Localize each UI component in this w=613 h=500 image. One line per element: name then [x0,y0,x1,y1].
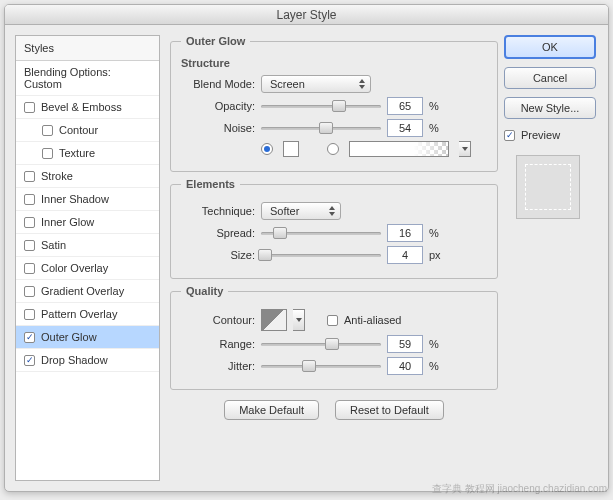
sidebar-item-label: Drop Shadow [41,354,108,366]
sidebar-item-label: Stroke [41,170,73,182]
ok-button[interactable]: OK [504,35,596,59]
elements-group: Elements Technique: Softer Spread: 16 % … [170,178,498,279]
glow-color-swatch[interactable] [283,141,299,157]
sidebar-blending-options[interactable]: Blending Options: Custom [16,61,159,96]
noise-input[interactable]: 54 [387,119,423,137]
jitter-slider[interactable] [261,359,381,373]
sidebar-item-pattern-overlay[interactable]: Pattern Overlay [16,303,159,326]
jitter-input[interactable]: 40 [387,357,423,375]
sidebar-item-outer-glow[interactable]: ✓Outer Glow [16,326,159,349]
opacity-input[interactable]: 65 [387,97,423,115]
noise-label: Noise: [181,122,255,134]
sidebar-item-color-overlay[interactable]: Color Overlay [16,257,159,280]
sidebar-item-contour[interactable]: Contour [16,119,159,142]
sidebar-checkbox[interactable] [24,286,35,297]
range-label: Range: [181,338,255,350]
size-unit: px [429,249,445,261]
styles-sidebar: Styles Blending Options: Custom Bevel & … [15,35,160,481]
opacity-label: Opacity: [181,100,255,112]
contour-swatch[interactable] [261,309,287,331]
sidebar-item-inner-shadow[interactable]: Inner Shadow [16,188,159,211]
sidebar-item-label: Satin [41,239,66,251]
sidebar-checkbox[interactable] [24,194,35,205]
preview-checkbox[interactable]: ✓ [504,130,515,141]
sidebar-item-label: Contour [59,124,98,136]
spread-input[interactable]: 16 [387,224,423,242]
sidebar-item-label: Gradient Overlay [41,285,124,297]
quality-heading: Quality [181,285,228,297]
glow-color-radio[interactable] [261,143,273,155]
antialiased-checkbox[interactable] [327,315,338,326]
sidebar-item-gradient-overlay[interactable]: Gradient Overlay [16,280,159,303]
antialiased-label: Anti-aliased [344,314,401,326]
sidebar-checkbox[interactable] [24,263,35,274]
size-label: Size: [181,249,255,261]
new-style-button[interactable]: New Style... [504,97,596,119]
sidebar-item-inner-glow[interactable]: Inner Glow [16,211,159,234]
range-slider[interactable] [261,337,381,351]
glow-gradient-dropdown[interactable] [459,141,471,157]
sidebar-item-label: Bevel & Emboss [41,101,122,113]
noise-unit: % [429,122,445,134]
spread-slider[interactable] [261,226,381,240]
quality-group: Quality Contour: Anti-aliased Range: 59 … [170,285,498,390]
layer-style-dialog: Layer Style Styles Blending Options: Cus… [4,4,609,492]
sidebar-checkbox[interactable]: ✓ [24,355,35,366]
dialog-buttons: OK Cancel New Style... ✓ Preview [500,25,608,491]
blend-mode-label: Blend Mode: [181,78,255,90]
spread-label: Spread: [181,227,255,239]
reset-default-button[interactable]: Reset to Default [335,400,444,420]
sidebar-checkbox[interactable] [24,309,35,320]
elements-heading: Elements [181,178,240,190]
jitter-label: Jitter: [181,360,255,372]
technique-select[interactable]: Softer [261,202,341,220]
size-input[interactable]: 4 [387,246,423,264]
blend-mode-select[interactable]: Screen [261,75,371,93]
dialog-body: Styles Blending Options: Custom Bevel & … [5,25,608,491]
preview-label: Preview [521,129,560,141]
glow-gradient-swatch[interactable] [349,141,449,157]
opacity-unit: % [429,100,445,112]
sidebar-item-label: Color Overlay [41,262,108,274]
contour-dropdown[interactable] [293,309,305,331]
sidebar-checkbox[interactable] [24,240,35,251]
range-input[interactable]: 59 [387,335,423,353]
sidebar-item-label: Inner Glow [41,216,94,228]
sidebar-item-stroke[interactable]: Stroke [16,165,159,188]
cancel-button[interactable]: Cancel [504,67,596,89]
sidebar-checkbox[interactable] [24,217,35,228]
sidebar-checkbox[interactable] [42,125,53,136]
sidebar-item-label: Pattern Overlay [41,308,117,320]
sidebar-header[interactable]: Styles [16,36,159,61]
size-slider[interactable] [261,248,381,262]
glow-gradient-radio[interactable] [327,143,339,155]
sidebar-item-texture[interactable]: Texture [16,142,159,165]
sidebar-checkbox[interactable] [24,171,35,182]
sidebar-checkbox[interactable] [42,148,53,159]
sidebar-item-label: Inner Shadow [41,193,109,205]
contour-label: Contour: [181,314,255,326]
sidebar-item-label: Outer Glow [41,331,97,343]
sidebar-item-label: Texture [59,147,95,159]
make-default-button[interactable]: Make Default [224,400,319,420]
sidebar-item-drop-shadow[interactable]: ✓Drop Shadow [16,349,159,372]
effect-panel: Outer Glow Structure Blend Mode: Screen … [164,25,500,491]
range-unit: % [429,338,445,350]
panel-title: Outer Glow [181,35,250,47]
preview-thumbnail [516,155,580,219]
structure-heading: Structure [181,57,487,69]
technique-label: Technique: [181,205,255,217]
window-title: Layer Style [5,5,608,25]
sidebar-item-bevel-emboss[interactable]: Bevel & Emboss [16,96,159,119]
spread-unit: % [429,227,445,239]
sidebar-item-satin[interactable]: Satin [16,234,159,257]
noise-slider[interactable] [261,121,381,135]
sidebar-checkbox[interactable]: ✓ [24,332,35,343]
sidebar-checkbox[interactable] [24,102,35,113]
outer-glow-group: Outer Glow Structure Blend Mode: Screen … [170,35,498,172]
jitter-unit: % [429,360,445,372]
opacity-slider[interactable] [261,99,381,113]
